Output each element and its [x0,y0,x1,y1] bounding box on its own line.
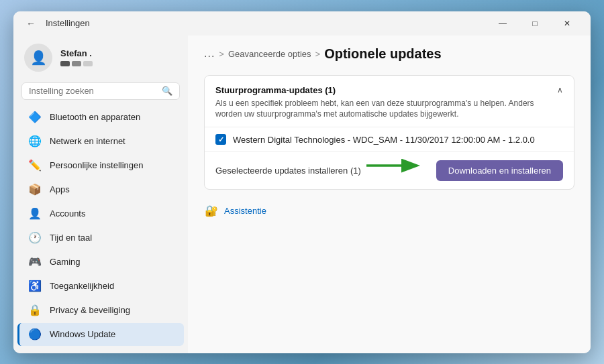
user-dot-1 [60,61,70,66]
sidebar-item-label: Privacy & beveiliging [50,305,130,315]
sidebar-item-accessibility[interactable]: ♿ Toegankelijkheid [17,275,184,298]
download-install-button[interactable]: Downloaden en installeren [436,160,563,181]
install-label: Geselecteerde updates installeren (1) [215,166,361,176]
sidebar-item-label: Toegankelijkheid [50,281,114,291]
sidebar-item-label: Gaming [50,257,81,267]
assistant-icon: 🔐 [204,203,219,218]
close-button[interactable]: ✕ [552,13,583,34]
sidebar-item-windows-update[interactable]: 🔵 Windows Update [17,323,184,346]
search-icon: 🔍 [162,86,172,96]
personal-icon: ✏️ [28,159,42,172]
search-box[interactable]: 🔍 [21,82,180,100]
assistant-row[interactable]: 🔐 Assistentie [204,198,574,223]
sidebar-item-label: Accounts [50,208,85,219]
update-label: Western Digital Technologies - WDC_SAM -… [233,135,535,145]
user-name: Stefan . [60,48,93,58]
card-header-text: Stuurprogramma-updates (1) Als u een spe… [215,85,557,121]
chevron-up-icon[interactable]: ∧ [557,85,563,95]
breadcrumb-sep-2: > [315,49,321,59]
sidebar-item-label: Apps [50,184,70,194]
checkmark-icon: ✓ [218,135,224,144]
sidebar-item-label: Persoonlijke instellingen [50,160,143,170]
windows-update-icon: 🔵 [28,328,42,341]
breadcrumb-current: Optionele updates [324,46,441,62]
sidebar-item-apps[interactable]: 📦 Apps [17,178,184,201]
sidebar-item-network[interactable]: 🌐 Netwerk en internet [17,130,184,153]
breadcrumb: ... > Geavanceerde opties > Optionele up… [204,46,574,62]
sidebar-item-privacy[interactable]: 🔒 Privacy & beveiliging [17,299,184,322]
sidebar-item-personal[interactable]: ✏️ Persoonlijke instellingen [17,154,184,177]
window-controls: — □ ✕ [487,13,583,34]
network-icon: 🌐 [28,135,42,148]
user-section[interactable]: 👤 Stefan . [13,36,188,80]
apps-icon: 📦 [28,183,42,196]
search-input[interactable] [29,86,156,96]
card-title: Stuurprogramma-updates (1) [215,85,557,95]
sidebar-item-accounts[interactable]: 👤 Accounts [17,202,184,225]
sidebar-item-label: Netwerk en internet [50,136,125,146]
assistant-link[interactable]: Assistentie [224,206,266,216]
sidebar-item-label: Tijd en taal [50,233,92,243]
minimize-button[interactable]: — [487,13,518,34]
sidebar-item-gaming[interactable]: 🎮 Gaming [17,251,184,274]
accessibility-icon: ♿ [28,280,42,293]
user-info: Stefan . [60,48,93,66]
breadcrumb-middle[interactable]: Geavanceerde opties [228,49,311,59]
avatar-icon: 👤 [30,50,47,66]
updates-card: Stuurprogramma-updates (1) Als u een spe… [204,75,574,190]
back-button[interactable]: ← [21,14,40,33]
maximize-button[interactable]: □ [519,13,550,34]
window-title: Instellingen [46,18,90,28]
card-description: Als u een specifiek probleem hebt, kan e… [215,98,557,121]
user-dot-2 [72,61,81,66]
breadcrumb-dots[interactable]: ... [204,48,215,60]
content-area: 👤 Stefan . 🔍 🔷 Bluetooth [13,36,591,353]
arrow-left-overlay [204,122,210,156]
privacy-icon: 🔒 [28,304,42,317]
user-dots [60,61,93,66]
update-checkbox[interactable]: ✓ [215,134,226,145]
sidebar: 👤 Stefan . 🔍 🔷 Bluetooth [13,36,188,353]
sidebar-item-time[interactable]: 🕐 Tijd en taal [17,227,184,249]
avatar: 👤 [24,44,52,72]
sidebar-item-bluetooth[interactable]: 🔷 Bluetooth en apparaten [17,106,184,129]
install-row: Geselecteerde updates installeren (1) Do… [205,151,574,189]
accounts-icon: 👤 [28,207,42,221]
gaming-icon: 🎮 [28,255,42,269]
bluetooth-icon: 🔷 [28,111,42,124]
breadcrumb-sep-1: > [219,49,224,59]
arrow-right-overlay [363,158,423,174]
time-icon: 🕐 [28,231,42,245]
sidebar-item-label: Bluetooth en apparaten [50,112,140,122]
sidebar-item-label: Windows Update [50,329,115,339]
title-bar: ← Instellingen — □ ✕ [13,11,591,36]
card-header: Stuurprogramma-updates (1) Als u een spe… [205,76,574,127]
user-dot-3 [83,61,93,66]
main-content: ... > Geavanceerde opties > Optionele up… [188,36,591,353]
update-item: ✓ Western Digital Technologies - WDC_SAM… [205,127,574,151]
